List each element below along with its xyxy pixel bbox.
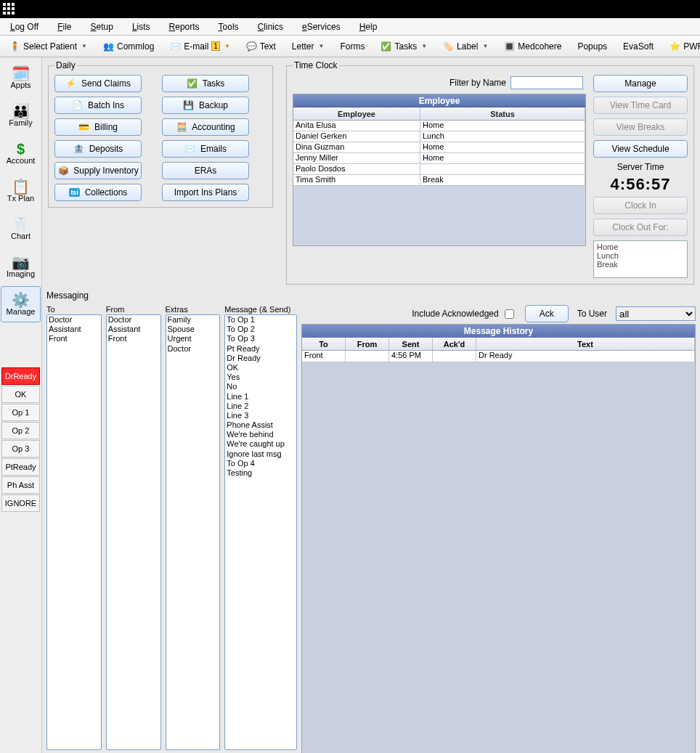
text-button[interactable]: 💬Text xyxy=(241,38,281,55)
manage-button[interactable]: Manage xyxy=(593,75,688,92)
speech-icon: 💬 xyxy=(246,41,257,52)
employee-row[interactable]: Anita ElusaHome xyxy=(293,121,585,131)
messaging-label: Messaging xyxy=(46,290,696,301)
label-button[interactable]: 🏷️Label▼ xyxy=(438,38,493,55)
to-list[interactable]: DoctorAssistantFront xyxy=(46,314,102,750)
side-btn-ignore[interactable]: IGNORE xyxy=(1,494,40,512)
menu-clinics[interactable]: Clinics xyxy=(258,22,283,32)
side-btn-op2[interactable]: Op 2 xyxy=(1,422,40,439)
daily-backup[interactable]: 💾Backup xyxy=(162,97,249,114)
to-label: To xyxy=(46,305,102,314)
toolbar: 🧍 Select Patient▼ 👥Commlog ✉️E-mail 1▼ 💬… xyxy=(0,36,700,57)
nav-account[interactable]: $Account xyxy=(1,135,41,171)
history-row[interactable]: Front4:56 PMDr Ready xyxy=(302,351,695,362)
extras-list[interactable]: FamilySpouseUrgentDoctor xyxy=(166,314,221,750)
daily-accounting[interactable]: 🧮Accounting xyxy=(162,118,249,136)
commlog-icon: 👥 xyxy=(103,41,114,52)
nav-txplan[interactable]: 📋Tx Plan xyxy=(1,173,41,209)
employee-row[interactable]: Jenny MillerHome xyxy=(293,153,585,164)
menu-tools[interactable]: Tools xyxy=(219,22,239,32)
select-patient-button[interactable]: 🧍 Select Patient▼ xyxy=(4,38,92,55)
daily-eras[interactable]: ERAs xyxy=(162,162,249,179)
menu-logoff[interactable]: Log Off xyxy=(10,22,38,32)
menu-lists[interactable]: Lists xyxy=(132,22,150,32)
include-ack-field[interactable]: Include Acknowledged xyxy=(412,307,516,321)
daily-icon: ⚡ xyxy=(65,78,77,89)
view-breaks-button[interactable]: View Breaks xyxy=(593,118,688,136)
forms-button[interactable]: Forms xyxy=(335,38,370,55)
from-label: From xyxy=(106,305,161,314)
daily-tasks[interactable]: ✅Tasks xyxy=(162,75,249,92)
employee-row[interactable]: Tima SmithBreak xyxy=(293,175,585,186)
side-btn-drready[interactable]: DrReady xyxy=(1,367,40,385)
daily-collections[interactable]: tsiCollections xyxy=(54,184,142,201)
msgsend-label: Message (& Send) xyxy=(224,305,297,314)
daily-supply-inventory[interactable]: 📦Supply Inventory xyxy=(54,162,142,179)
envelope-icon: ✉️ xyxy=(170,41,181,52)
employee-table[interactable]: Employee Employee Status Anita ElusaHome… xyxy=(293,94,586,246)
left-nav: 🗓️Appts 👪Family $Account 📋Tx Plan 🦷Chart… xyxy=(0,57,42,753)
daily-icon: 💾 xyxy=(183,99,195,111)
include-ack-checkbox[interactable] xyxy=(505,309,514,319)
pwreviews-button[interactable]: ⭐PWReviews xyxy=(664,38,700,55)
daily-icon: ✅ xyxy=(187,78,198,89)
dollar-icon: $ xyxy=(17,142,25,156)
camera-icon: 📷 xyxy=(12,255,30,269)
side-btn-phasst[interactable]: Ph Asst xyxy=(1,476,40,494)
gear-icon: ⚙️ xyxy=(12,293,30,307)
daily-emails[interactable]: ✉️Emails xyxy=(162,140,249,158)
label-icon: 🏷️ xyxy=(443,41,454,52)
clock-in-button[interactable]: Clock In xyxy=(593,197,688,214)
clock-out-status-list[interactable]: HomeLunchBreak xyxy=(593,240,688,278)
message-history-table[interactable]: Message History To From Sent Ack'd Text … xyxy=(301,324,696,753)
col-status: Status xyxy=(420,107,585,120)
daily-import-ins-plans[interactable]: Import Ins Plans xyxy=(162,184,249,201)
time-clock-group: Time Clock Filter by Name Employee Emplo… xyxy=(286,60,694,285)
employee-row[interactable]: Daniel GerkenLunch xyxy=(293,131,585,142)
menu-reports[interactable]: Reports xyxy=(169,22,200,32)
family-icon: 👪 xyxy=(12,104,30,118)
nav-imaging[interactable]: 📷Imaging xyxy=(1,248,41,285)
clock-out-button[interactable]: Clock Out For: xyxy=(593,219,688,236)
menu-setup[interactable]: Setup xyxy=(91,22,113,32)
tasks-button[interactable]: ✅Tasks▼ xyxy=(375,38,432,55)
hcol-text: Text xyxy=(476,338,695,350)
side-btn-ptready[interactable]: PtReady xyxy=(1,458,40,476)
templates-list[interactable]: To Op 1To Op 2To Op 3Pt ReadyDr ReadyOKY… xyxy=(224,314,297,750)
daily-icon: 💳 xyxy=(78,121,90,133)
filter-name-input[interactable] xyxy=(510,76,583,89)
side-btn-op3[interactable]: Op 3 xyxy=(1,440,40,457)
view-schedule-button[interactable]: View Schedule xyxy=(593,140,688,158)
nav-family[interactable]: 👪Family xyxy=(1,97,41,134)
task-check-icon: ✅ xyxy=(380,41,391,52)
daily-send-claims[interactable]: ⚡Send Claims xyxy=(54,75,142,92)
nav-appts[interactable]: 🗓️Appts xyxy=(1,60,41,96)
daily-deposits[interactable]: 🏦Deposits xyxy=(54,140,142,158)
daily-legend: Daily xyxy=(54,60,77,70)
employee-row[interactable]: Paolo Dosdos xyxy=(293,164,585,175)
menu-file[interactable]: File xyxy=(57,22,71,32)
evasoft-button[interactable]: EvaSoft xyxy=(618,38,659,55)
commlog-button[interactable]: 👥Commlog xyxy=(98,38,159,55)
app-grid-icon xyxy=(3,3,16,16)
medcohere-button[interactable]: 🔳Medcohere xyxy=(499,38,566,55)
daily-billing[interactable]: 💳Billing xyxy=(54,118,142,136)
clipboard-icon: 📋 xyxy=(12,179,30,194)
side-btn-op1[interactable]: Op 1 xyxy=(1,404,40,421)
daily-batch-ins[interactable]: 📄Batch Ins xyxy=(54,97,142,114)
employee-row[interactable]: Dina GuzmanHome xyxy=(293,142,585,153)
letter-button[interactable]: Letter▼ xyxy=(287,38,330,55)
menu-help[interactable]: Help xyxy=(359,22,378,32)
from-list[interactable]: DoctorAssistantFront xyxy=(106,314,161,750)
menu-eservices[interactable]: eServices xyxy=(302,22,341,32)
to-user-select[interactable]: all xyxy=(616,306,696,321)
ack-button[interactable]: Ack xyxy=(525,305,569,322)
nav-manage[interactable]: ⚙️Manage xyxy=(1,286,41,322)
title-bar xyxy=(0,0,700,18)
view-time-card-button[interactable]: View Time Card xyxy=(593,97,688,114)
email-button[interactable]: ✉️E-mail 1▼ xyxy=(165,38,235,55)
popups-button[interactable]: Popups xyxy=(572,38,612,55)
daily-icon: 🏦 xyxy=(73,143,85,155)
side-btn-ok[interactable]: OK xyxy=(1,386,40,403)
nav-chart[interactable]: 🦷Chart xyxy=(1,211,41,247)
